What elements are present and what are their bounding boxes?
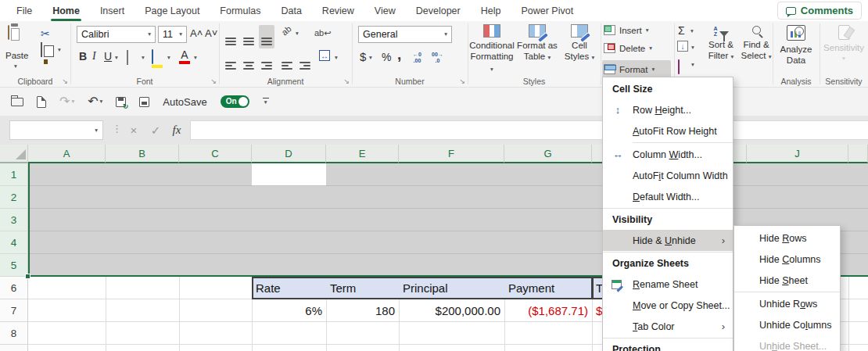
column-header-c[interactable]: C bbox=[179, 145, 252, 163]
cell-K8[interactable] bbox=[848, 322, 868, 345]
resize-dots-icon[interactable]: ⋮ bbox=[112, 123, 122, 134]
chevron-down-icon[interactable]: ▾ bbox=[296, 30, 299, 37]
cell-E1[interactable] bbox=[326, 163, 400, 186]
column-header-a[interactable]: A bbox=[28, 145, 106, 163]
percent-button[interactable]: % bbox=[382, 51, 391, 63]
cell-E8[interactable] bbox=[326, 322, 400, 345]
chevron-down-icon[interactable]: ▾ bbox=[335, 55, 338, 61]
cell-G4[interactable] bbox=[504, 231, 593, 254]
cell-styles-button[interactable]: Cell Styles ▾ bbox=[560, 24, 599, 63]
cut-button[interactable]: ✂ bbox=[41, 27, 50, 40]
top-align-button[interactable] bbox=[225, 28, 236, 45]
cell-C9[interactable] bbox=[179, 345, 253, 351]
cell-A6[interactable] bbox=[28, 277, 106, 299]
cell-G1[interactable] bbox=[504, 163, 593, 186]
wrap-text-button[interactable]: ab↩ bbox=[314, 28, 331, 38]
menu-item-autofit-column-width[interactable]: AutoFit Column Width bbox=[603, 165, 733, 186]
cell-F4[interactable] bbox=[399, 231, 505, 254]
menu-item-hide-sheet[interactable]: Hide Sheet bbox=[734, 270, 840, 291]
menu-item-column-width[interactable]: ↔Column Width... bbox=[603, 144, 733, 165]
select-all-corner[interactable] bbox=[0, 145, 28, 163]
increase-font-button[interactable]: A˄ bbox=[190, 27, 203, 39]
menu-item-hide-unhide[interactable]: Hide & Unhide› bbox=[603, 230, 733, 251]
chevron-down-icon[interactable]: ▾ bbox=[115, 55, 118, 61]
format-cells-button[interactable]: Format ▾ bbox=[602, 60, 671, 78]
sort-filter-button[interactable]: AZ Sort & Filter ▾ bbox=[704, 26, 738, 62]
insert-function-button[interactable]: fx bbox=[167, 120, 187, 140]
decrease-decimal-button[interactable]: 00→ .0 bbox=[432, 52, 443, 63]
cell-E7[interactable]: 180 bbox=[326, 299, 400, 322]
chevron-down-icon[interactable]: ▾ bbox=[142, 55, 145, 61]
copy-button[interactable] bbox=[41, 43, 42, 57]
cell-A2[interactable] bbox=[28, 186, 106, 209]
fill-handle[interactable] bbox=[25, 274, 30, 279]
align-right-button[interactable] bbox=[261, 52, 272, 70]
cell-E5[interactable] bbox=[326, 254, 400, 277]
tab-power-pivot[interactable]: Power Pivot bbox=[511, 0, 583, 21]
row-header-1[interactable]: 1 bbox=[0, 163, 28, 186]
cell-K3[interactable] bbox=[848, 209, 868, 231]
cell-K1[interactable] bbox=[848, 163, 868, 186]
dialog-launcher-icon[interactable]: ↘ bbox=[343, 78, 350, 85]
cell-C6[interactable] bbox=[179, 277, 253, 299]
tab-formulas[interactable]: Formulas bbox=[210, 0, 271, 21]
tab-developer[interactable]: Developer bbox=[406, 0, 471, 21]
tab-review[interactable]: Review bbox=[312, 0, 364, 21]
column-header-hidden[interactable] bbox=[848, 145, 868, 163]
number-format-combo[interactable]: General ▾ bbox=[358, 26, 452, 43]
middle-align-button[interactable] bbox=[243, 28, 254, 45]
decrease-indent-button[interactable] bbox=[282, 52, 292, 70]
fill-button[interactable]: ↓ bbox=[677, 41, 688, 52]
cell-K7[interactable] bbox=[848, 299, 868, 322]
menu-item-autofit-row-height[interactable]: AutoFit Row Height bbox=[603, 120, 733, 141]
cell-G9[interactable] bbox=[504, 345, 593, 351]
open-button[interactable] bbox=[11, 98, 23, 106]
cell-B5[interactable] bbox=[106, 254, 180, 277]
chevron-down-icon[interactable]: ▾ bbox=[167, 55, 170, 61]
chevron-down-icon[interactable]: ▾ bbox=[14, 63, 17, 70]
cell-A8[interactable] bbox=[28, 322, 106, 345]
cell-B4[interactable] bbox=[106, 231, 180, 254]
cell-F7[interactable]: $200,000.00 bbox=[399, 299, 505, 322]
cell-A1[interactable] bbox=[28, 163, 106, 186]
cell-F3[interactable] bbox=[399, 209, 505, 231]
cell-B9[interactable] bbox=[106, 345, 180, 351]
bottom-align-button[interactable] bbox=[259, 25, 274, 48]
cell-A7[interactable] bbox=[28, 299, 106, 322]
cell-G3[interactable] bbox=[504, 209, 593, 231]
column-header-f[interactable]: F bbox=[399, 145, 504, 163]
cell-D4[interactable] bbox=[252, 231, 327, 254]
chevron-down-icon[interactable]: ▾ bbox=[691, 62, 694, 68]
cell-A3[interactable] bbox=[28, 209, 106, 231]
row-header-5[interactable]: 5 bbox=[0, 254, 28, 277]
tab-home[interactable]: Home bbox=[42, 0, 90, 21]
delete-cells-button[interactable]: Delete ▾ bbox=[604, 43, 652, 53]
cell-A4[interactable] bbox=[28, 231, 106, 254]
bold-button[interactable]: B bbox=[79, 51, 87, 62]
cell-E4[interactable] bbox=[326, 231, 400, 254]
format-as-table-button[interactable]: Format as Table ▾ bbox=[516, 24, 558, 63]
paste-button[interactable] bbox=[8, 26, 9, 40]
cell-K6[interactable] bbox=[848, 277, 868, 299]
chevron-down-icon[interactable]: ▾ bbox=[100, 98, 103, 105]
cell-B8[interactable] bbox=[106, 322, 180, 345]
name-box-input[interactable] bbox=[32, 121, 95, 139]
tab-data[interactable]: Data bbox=[271, 0, 311, 21]
cell-G6[interactable]: Payment bbox=[504, 277, 593, 299]
cell-F9[interactable] bbox=[399, 345, 505, 351]
cell-D3[interactable] bbox=[252, 209, 327, 231]
cell-F1[interactable] bbox=[399, 163, 505, 186]
paste-label[interactable]: Paste bbox=[5, 51, 28, 60]
find-select-button[interactable]: Find & Select ▾ bbox=[740, 26, 773, 62]
menu-item-unhide-rows[interactable]: Unhide Rows bbox=[734, 293, 840, 314]
italic-button[interactable]: I bbox=[92, 51, 96, 62]
print-preview-button[interactable] bbox=[139, 97, 149, 107]
menu-item-hide-rows[interactable]: Hide Rows bbox=[734, 227, 840, 249]
orientation-button[interactable]: ab bbox=[280, 23, 293, 37]
row-header-2[interactable]: 2 bbox=[0, 186, 28, 209]
column-header-b[interactable]: B bbox=[106, 145, 179, 163]
increase-decimal-button[interactable]: ←0 .00 bbox=[413, 52, 421, 63]
row-header-3[interactable]: 3 bbox=[0, 209, 28, 231]
cell-D2[interactable] bbox=[252, 186, 327, 209]
column-header-j[interactable]: J bbox=[747, 145, 848, 163]
